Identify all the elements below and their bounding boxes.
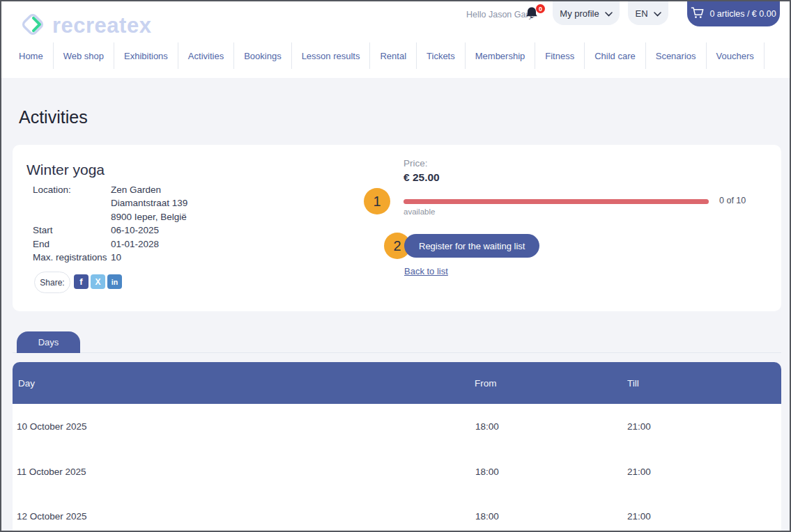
price-value: € 25.00 bbox=[404, 171, 440, 184]
nav-item-membership[interactable]: Membership bbox=[466, 42, 536, 69]
cell-till: 21:00 bbox=[627, 421, 651, 432]
x-twitter-icon[interactable]: X bbox=[91, 274, 105, 289]
location-line: 8900 Ieper, België bbox=[111, 210, 187, 224]
share-label: Share: bbox=[34, 272, 70, 293]
availability-progress-fill bbox=[404, 199, 709, 204]
availability-ratio: 0 of 10 bbox=[719, 196, 746, 205]
cart-button[interactable]: 0 articles / € 0.00 bbox=[687, 1, 780, 26]
logo-diamond-icon bbox=[18, 10, 47, 42]
nav-item-bookings[interactable]: Bookings bbox=[234, 42, 291, 69]
cell-till: 21:00 bbox=[627, 511, 651, 522]
nav-item-child-care[interactable]: Child care bbox=[585, 42, 646, 69]
recreatex-logo[interactable]: recreatex bbox=[18, 10, 151, 42]
cell-day: 10 October 2025 bbox=[17, 421, 87, 432]
nav-item-lesson-results[interactable]: Lesson results bbox=[292, 42, 371, 69]
cart-icon bbox=[691, 7, 704, 21]
column-header-till: Till bbox=[627, 378, 639, 389]
app-window: recreatex Hello Jason Gary. 0 My profile… bbox=[0, 0, 791, 532]
end-label: End bbox=[33, 237, 111, 251]
notifications-bell[interactable]: 0 bbox=[523, 6, 543, 25]
location-line: Diamantstraat 139 bbox=[111, 196, 187, 210]
availability-progress-bar bbox=[404, 199, 709, 204]
location-label: Location: bbox=[33, 183, 111, 196]
language-selector[interactable]: EN bbox=[628, 1, 668, 25]
back-to-list-link[interactable]: Back to list bbox=[404, 266, 448, 276]
notification-badge: 0 bbox=[536, 4, 545, 13]
table-row: 12 October 2025 18:00 21:00 bbox=[13, 494, 781, 532]
nav-item-fitness[interactable]: Fitness bbox=[535, 42, 585, 69]
nav-item-rental[interactable]: Rental bbox=[370, 42, 417, 69]
nav-item-web-shop[interactable]: Web shop bbox=[54, 42, 114, 69]
language-label: EN bbox=[635, 8, 647, 19]
share-icons: f X in bbox=[74, 274, 122, 289]
column-header-from: From bbox=[475, 378, 497, 389]
nav-item-home[interactable]: Home bbox=[19, 42, 54, 69]
chevron-down-icon bbox=[654, 8, 661, 19]
cell-day: 12 October 2025 bbox=[17, 511, 87, 522]
price-label: Price: bbox=[404, 158, 428, 169]
table-row: 11 October 2025 18:00 21:00 bbox=[13, 449, 781, 494]
tab-days[interactable]: Days bbox=[17, 331, 80, 353]
column-header-day: Day bbox=[18, 378, 35, 389]
bell-icon bbox=[523, 13, 540, 24]
nav-item-exhibitions[interactable]: Exhibitions bbox=[114, 42, 178, 69]
linkedin-icon[interactable]: in bbox=[107, 274, 122, 289]
cell-from: 18:00 bbox=[475, 421, 499, 432]
max-registrations-value: 10 bbox=[111, 251, 187, 264]
top-bar: recreatex Hello Jason Gary. 0 My profile… bbox=[1, 1, 790, 78]
start-value: 06-10-2025 bbox=[111, 224, 187, 237]
page-title: Activities bbox=[19, 107, 88, 127]
logo-text: recreatex bbox=[52, 13, 151, 38]
end-value: 01-01-2028 bbox=[111, 237, 187, 251]
availability-caption: available bbox=[404, 208, 435, 216]
cell-from: 18:00 bbox=[475, 511, 499, 522]
cell-day: 11 October 2025 bbox=[17, 466, 86, 476]
nav-item-vouchers[interactable]: Vouchers bbox=[707, 42, 765, 69]
activity-name: Winter yoga bbox=[26, 162, 105, 178]
cell-till: 21:00 bbox=[627, 466, 651, 476]
max-registrations-label: Max. registrations bbox=[33, 251, 111, 264]
activity-details: Location: Zen Garden Diamantstraat 139 8… bbox=[33, 183, 187, 264]
facebook-icon[interactable]: f bbox=[74, 274, 89, 289]
annotation-marker-1: 1 bbox=[364, 188, 390, 214]
tab-divider bbox=[13, 352, 781, 353]
main-nav: Home Web shop Exhibitions Activities Boo… bbox=[19, 42, 765, 69]
activity-card: Winter yoga Location: Zen Garden Diamant… bbox=[13, 145, 781, 311]
days-table-header: Day From Till bbox=[13, 362, 781, 404]
my-profile-label: My profile bbox=[560, 8, 599, 19]
nav-item-scenarios[interactable]: Scenarios bbox=[646, 42, 707, 69]
chevron-down-icon bbox=[605, 8, 613, 19]
nav-item-activities[interactable]: Activities bbox=[178, 42, 234, 69]
location-line: Zen Garden bbox=[111, 183, 187, 196]
cell-from: 18:00 bbox=[475, 466, 499, 476]
table-row: 10 October 2025 18:00 21:00 bbox=[13, 404, 781, 449]
days-table-body: 10 October 2025 18:00 21:00 11 October 2… bbox=[13, 404, 781, 532]
start-label: Start bbox=[33, 224, 111, 237]
nav-item-tickets[interactable]: Tickets bbox=[417, 42, 466, 69]
register-waiting-list-button[interactable]: Register for the waiting list bbox=[404, 234, 539, 258]
cart-label: 0 articles / € 0.00 bbox=[709, 9, 776, 19]
my-profile-button[interactable]: My profile bbox=[553, 1, 620, 25]
